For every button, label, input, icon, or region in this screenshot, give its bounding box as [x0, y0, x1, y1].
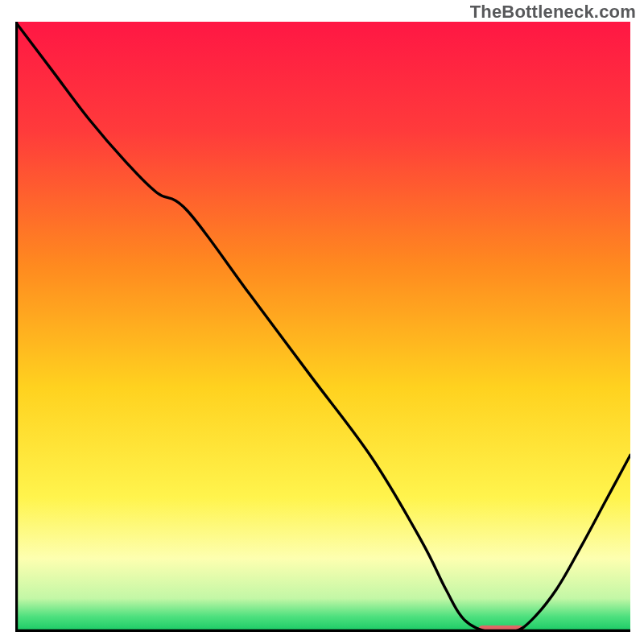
chart-svg [15, 22, 630, 632]
attribution-label: TheBottleneck.com [470, 2, 636, 23]
chart-container: TheBottleneck.com [0, 0, 644, 644]
gradient-background [15, 22, 630, 632]
plot-area [15, 22, 630, 632]
